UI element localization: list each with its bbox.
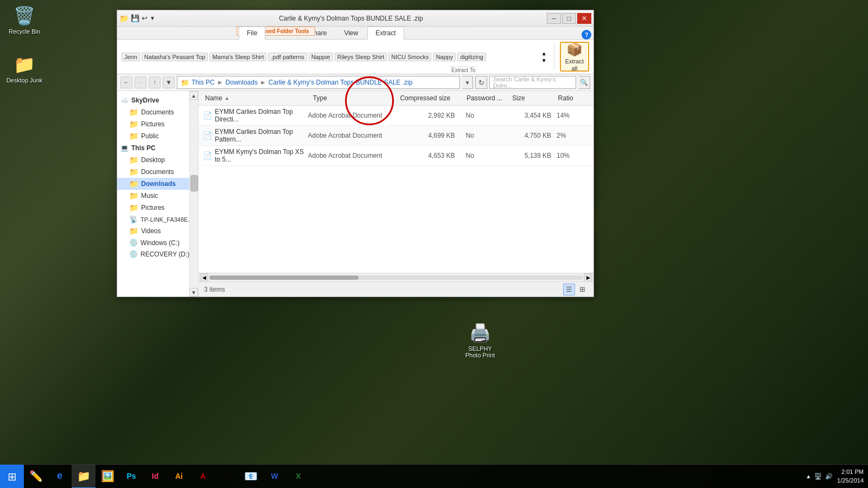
sidebar-documents-pc[interactable]: 📁 Documents — [117, 166, 198, 178]
quick-link-jenn[interactable]: Jenn — [122, 53, 140, 61]
refresh-button[interactable]: ↻ — [475, 76, 487, 89]
quick-access-dropdown[interactable]: ▼ — [150, 15, 155, 21]
sidebar-tp-link[interactable]: 📡 TP-LINK_FA348E... — [117, 214, 198, 225]
hscroll-right-button[interactable]: ▶ — [584, 273, 592, 282]
taskbar-photoshop[interactable]: Ps — [119, 465, 143, 489]
file-compressed-cell-0: 2,992 KB — [392, 112, 465, 119]
sidebar-public[interactable]: 📁 Public — [117, 130, 198, 142]
pictures-folder-icon: 📁 — [129, 120, 138, 129]
taskbar-file-explorer[interactable]: 📁 — [72, 465, 95, 489]
taskbar-illustrator[interactable]: Ai — [167, 465, 191, 489]
taskbar-outlook[interactable]: 📧 — [239, 465, 263, 489]
desktop-junk-icon[interactable]: 📁 Desktop Junk — [3, 52, 46, 86]
sidebar-this-pc[interactable]: 💻 This PC — [117, 142, 198, 154]
title-bar: 📁 💾 ↩ ▼ Carlie & Kymy's Dolman Tops BUND… — [117, 10, 593, 27]
search-button[interactable]: 🔍 — [578, 76, 590, 89]
sidebar-scroll-down[interactable]: ▼ — [189, 288, 198, 297]
col-header-compressed[interactable]: Compressed size — [398, 93, 464, 103]
taskbar-word[interactable]: W — [263, 465, 286, 489]
quick-link-mama[interactable]: Mama's Sleep Shirt — [209, 53, 266, 61]
music-folder-icon: 📁 — [129, 191, 138, 200]
sidebar-documents[interactable]: 📁 Documents — [117, 106, 198, 118]
taskbar-excel[interactable]: X — [286, 465, 310, 489]
hscroll-track[interactable] — [209, 275, 583, 280]
quicklinks-scroll-up[interactable]: ▲ — [540, 50, 548, 56]
nav-back-button[interactable]: ← — [120, 76, 132, 88]
col-header-ratio[interactable]: Ratio — [556, 93, 589, 103]
quick-access-save[interactable]: 💾 — [131, 14, 139, 22]
quicklinks-scroll-down[interactable]: ▼ — [540, 57, 548, 63]
address-bar[interactable]: 📁 This PC ► Downloads ► Carlie & Kymy's … — [177, 76, 460, 89]
taskbar-ie[interactable]: e — [48, 465, 72, 489]
nav-up-button[interactable]: ↑ — [149, 76, 161, 88]
quick-link-rileys[interactable]: Rileys Sleep Shirt — [335, 53, 387, 61]
sidebar-windows-c[interactable]: 💿 Windows (C:) — [117, 237, 198, 248]
address-this-pc[interactable]: This PC — [192, 79, 215, 86]
address-downloads[interactable]: Downloads — [226, 79, 258, 86]
quick-access-undo[interactable]: ↩ — [142, 14, 148, 22]
sidebar-skydrive[interactable]: ☁️ SkyDrive — [117, 94, 198, 106]
taskbar-photo[interactable]: 🖼️ — [95, 465, 119, 489]
address-dropdown[interactable]: ▼ — [462, 76, 473, 89]
tab-extract[interactable]: Extract — [367, 27, 404, 40]
tab-view[interactable]: View — [336, 27, 366, 39]
nav-recent-button[interactable]: ▼ — [163, 76, 175, 88]
table-row[interactable]: 📄 EYMM Kymy's Dolman Top XS to 5... Adob… — [199, 146, 593, 166]
taskbar-pen[interactable]: ✏️ — [24, 465, 48, 489]
hscroll-left-button[interactable]: ◀ — [200, 273, 208, 282]
maximize-button[interactable]: □ — [562, 13, 576, 24]
recycle-bin-icon[interactable]: 🗑️ Recycle Bin — [3, 3, 46, 37]
horizontal-scrollbar[interactable]: ◀ ▶ — [199, 273, 593, 281]
pdf-icon-1: 📄 — [203, 131, 212, 140]
taskbar-indesign[interactable]: Id — [143, 465, 167, 489]
recovery-d-icon: 💿 — [129, 250, 138, 258]
col-header-size[interactable]: Size — [510, 93, 556, 103]
table-row[interactable]: 📄 EYMM Carlies Dolman Top Pattern... Ado… — [199, 126, 593, 146]
close-button[interactable]: ✕ — [577, 13, 591, 24]
col-header-name[interactable]: Name ▲ — [203, 93, 311, 103]
quick-link-nappie[interactable]: Nappie — [309, 53, 333, 61]
taskbar-acrobat[interactable]: A — [191, 465, 215, 489]
selphy-icon[interactable]: 🖨️ SELPHYPhoto Print — [458, 320, 502, 361]
sidebar-scroll-up[interactable]: ▲ — [189, 91, 198, 100]
sidebar-music[interactable]: 📁 Music — [117, 190, 198, 202]
quick-link-digitizing[interactable]: digitizing — [457, 53, 486, 61]
sidebar-scrollbar[interactable] — [189, 100, 198, 288]
sidebar-videos[interactable]: 📁 Videos — [117, 225, 198, 237]
col-header-password[interactable]: Password ... — [464, 93, 510, 103]
desktop-folder-icon: 📁 — [129, 156, 138, 164]
help-button[interactable]: ? — [582, 30, 591, 40]
taskbar-volume-icon[interactable]: 🔊 — [825, 473, 833, 480]
sidebar-pictures[interactable]: 📁 Pictures — [117, 118, 198, 130]
table-row[interactable]: 📄 EYMM Carlies Dolman Top Directi... Ado… — [199, 106, 593, 126]
nav-forward-button[interactable]: → — [135, 76, 146, 88]
this-pc-icon: 💻 — [120, 144, 129, 152]
col-header-type[interactable]: Type — [311, 93, 398, 103]
sidebar-desktop[interactable]: 📁 Desktop — [117, 154, 198, 166]
desktop-junk-image: 📁 — [14, 54, 35, 75]
tab-file[interactable]: File — [239, 27, 265, 40]
quick-link-natasha[interactable]: Natasha's Peasant Top — [142, 53, 208, 61]
sidebar-pictures-pc[interactable]: 📁 Pictures — [117, 202, 198, 214]
taskbar-chevron[interactable]: ▲ — [806, 473, 811, 479]
extract-all-button[interactable]: 📦 Extractall — [560, 42, 589, 72]
documents-pc-folder-icon: 📁 — [129, 168, 138, 176]
quick-link-nicu[interactable]: NICU Smocks — [388, 53, 431, 61]
minimize-button[interactable]: ─ — [547, 13, 561, 24]
address-zip[interactable]: Carlie & Kymy's Dolman Tops BUNDLE SALE … — [269, 79, 413, 86]
taskbar-sys: ▲ 🖥️ 🔊 — [801, 473, 837, 480]
recycle-bin-image: 🗑️ — [14, 5, 35, 27]
quick-link-nappy[interactable]: Nappy — [433, 53, 456, 61]
details-view-button[interactable]: ☰ — [563, 284, 575, 296]
large-icons-view-button[interactable]: ⊞ — [576, 284, 588, 296]
sidebar-recovery-d[interactable]: 💿 RECOVERY (D:) — [117, 248, 198, 260]
taskbar-apps: ✏️ e 📁 🖼️ Ps Id Ai A = 📧 W X — [24, 465, 801, 489]
quick-link-pdf[interactable]: .pdf patterns — [268, 53, 307, 61]
window-icon: 📁 — [119, 14, 129, 23]
taskbar-clock[interactable]: 2:01 PM 1/25/2014 — [837, 468, 868, 485]
taskbar-calculator[interactable]: = — [215, 465, 239, 489]
search-box[interactable]: Search Carlie & Kymy's Dolm... — [489, 76, 576, 89]
start-button[interactable]: ⊞ — [0, 465, 24, 489]
sidebar-downloads[interactable]: 📁 Downloads — [117, 178, 198, 190]
file-name-cell-2: 📄 EYMM Kymy's Dolman Top XS to 5... — [203, 148, 308, 163]
